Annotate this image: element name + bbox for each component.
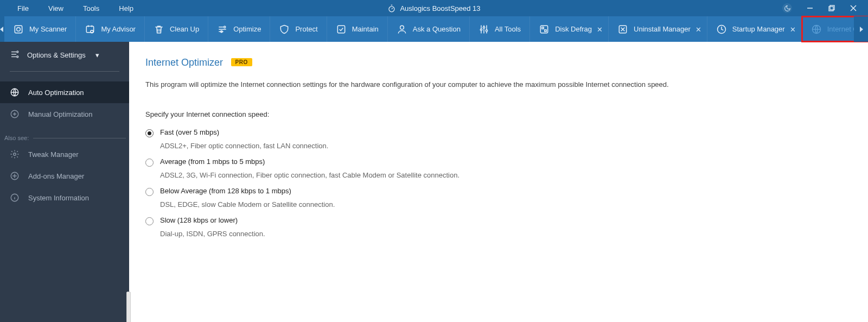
app-menu: File View Tools Help — [0, 4, 133, 12]
tab-uninstall-manager[interactable]: Uninstall Manager ✕ — [609, 16, 707, 42]
page-description: This program will optimize the Internet … — [145, 80, 852, 89]
toolbar-scroll-left[interactable] — [0, 16, 4, 42]
menu-help[interactable]: Help — [119, 4, 133, 12]
toolbar-label: Clean Up — [170, 25, 199, 33]
tab-startup-manager[interactable]: Startup Manager ✕ — [707, 16, 802, 42]
options-label: Options & Settings — [27, 51, 86, 59]
svg-marker-24 — [860, 27, 863, 32]
sidebar-item-addons-manager[interactable]: Add-ons Manager — [0, 165, 129, 187]
theme-toggle-button[interactable] — [782, 3, 792, 13]
option-subtitle: ADSL2+, Fiber optic connection, fast LAN… — [160, 142, 852, 150]
page-title: Internet Optimizer — [145, 57, 223, 68]
startup-icon — [716, 24, 727, 35]
svg-point-17 — [486, 29, 487, 31]
maximize-button[interactable] — [822, 0, 841, 16]
toolbar-clean-up[interactable]: Clean Up — [145, 16, 208, 42]
shield-icon — [279, 24, 290, 35]
titlebar: File View Tools Help Auslogics BoostSpee… — [0, 0, 868, 16]
sidebar-item-tweak-manager[interactable]: Tweak Manager — [0, 143, 129, 165]
options-settings-menu[interactable]: Options & Settings ▾ — [0, 42, 129, 68]
main-content: Internet Optimizer PRO This program will… — [129, 42, 868, 322]
speed-option-slow[interactable]: Slow (128 kbps or lower) — [145, 216, 852, 225]
option-subtitle: Dial-up, ISDN, GPRS connection. — [160, 230, 852, 238]
toolbar-label: My Scanner — [29, 25, 67, 33]
divider — [10, 71, 119, 72]
svg-rect-3 — [830, 5, 834, 10]
svg-point-8 — [17, 27, 21, 31]
speed-option-average[interactable]: Average (from 1 mbps to 5 mbps) — [145, 157, 852, 167]
svg-rect-9 — [87, 26, 94, 33]
specify-speed-label: Specify your Internet connection speed: — [145, 110, 852, 118]
svg-rect-13 — [337, 26, 344, 33]
sidebar-item-label: Auto Optimization — [28, 89, 84, 97]
svg-rect-2 — [829, 7, 833, 11]
svg-point-26 — [17, 56, 18, 58]
speed-option-fast[interactable]: Fast (over 5 mbps) — [145, 128, 852, 137]
radio-icon[interactable] — [145, 159, 154, 167]
tab-close-icon[interactable]: ✕ — [695, 25, 701, 33]
globe-icon — [811, 24, 822, 35]
menu-tools[interactable]: Tools — [83, 4, 99, 12]
tab-label: Startup Manager — [732, 25, 785, 33]
toolbar-label: Optimize — [233, 25, 261, 33]
globe-icon — [10, 87, 20, 97]
tab-label: Uninstall Manager — [634, 25, 691, 33]
minimize-button[interactable] — [801, 0, 819, 16]
svg-rect-20 — [545, 29, 546, 31]
speed-option-below-average[interactable]: Below Average (from 128 kbps to 1 mbps) — [145, 187, 852, 196]
tab-close-icon[interactable]: ✕ — [597, 25, 603, 33]
toolbar-protect[interactable]: Protect — [270, 16, 327, 42]
toolbar-all-tools[interactable]: All Tools — [470, 16, 530, 42]
svg-rect-7 — [15, 26, 22, 33]
toolbar-scroll-right[interactable] — [854, 16, 868, 42]
option-title: Below Average (from 128 kbps to 1 mbps) — [160, 187, 291, 195]
option-subtitle: DSL, EDGE, slow Cable Modem or Satellite… — [160, 200, 852, 209]
svg-rect-19 — [542, 27, 544, 28]
option-subtitle: ADSL2, 3G, Wi-Fi connection, Fiber optic… — [160, 171, 852, 179]
menu-view[interactable]: View — [48, 4, 63, 12]
radio-icon[interactable] — [145, 188, 154, 196]
svg-point-16 — [483, 27, 484, 28]
advisor-icon — [85, 24, 95, 35]
sidebar-item-auto-optimization[interactable]: Auto Optimization — [0, 81, 129, 103]
toolbar: My Scanner My Advisor Clean Up Optimize … — [0, 16, 868, 42]
tab-close-icon[interactable]: ✕ — [790, 25, 796, 33]
close-button[interactable] — [844, 0, 863, 16]
radio-icon[interactable] — [145, 129, 154, 137]
connection-speed-group: Fast (over 5 mbps) ADSL2+, Fiber optic c… — [145, 128, 852, 238]
app-title: Auslogics BoostSpeed 13 — [400, 4, 480, 12]
toolbar-label: My Advisor — [101, 25, 136, 33]
gear-icon — [10, 149, 20, 159]
person-icon — [397, 24, 407, 35]
tab-label: Disk Defrag — [555, 25, 592, 33]
toolbar-maintain[interactable]: Maintain — [327, 16, 388, 42]
radio-icon[interactable] — [145, 217, 154, 225]
svg-point-29 — [14, 153, 16, 156]
svg-point-15 — [480, 29, 482, 30]
scan-icon — [13, 24, 24, 35]
sidebar: Options & Settings ▾ Auto Optimization M… — [0, 42, 129, 322]
toolbar-ask-question[interactable]: Ask a Question — [388, 16, 470, 42]
toolbar-my-advisor[interactable]: My Advisor — [76, 16, 145, 42]
toolbar-label: Protect — [295, 25, 317, 33]
trash-icon — [154, 24, 164, 35]
option-title: Average (from 1 mbps to 5 mbps) — [160, 157, 265, 166]
tab-disk-defrag[interactable]: Disk Defrag ✕ — [530, 16, 609, 42]
toolbar-optimize[interactable]: Optimize — [208, 16, 270, 42]
addons-icon — [10, 171, 20, 181]
toolbar-my-scanner[interactable]: My Scanner — [4, 16, 76, 42]
sidebar-item-label: Add-ons Manager — [28, 172, 84, 180]
menu-file[interactable]: File — [17, 4, 29, 12]
stopwatch-icon — [387, 4, 395, 12]
sidebar-item-label: Manual Optimization — [28, 110, 93, 118]
sidebar-item-system-information[interactable]: System Information — [0, 187, 129, 209]
settings-icon — [10, 49, 20, 61]
svg-point-14 — [400, 26, 404, 29]
sidebar-item-manual-optimization[interactable]: Manual Optimization — [0, 103, 129, 125]
defrag-icon — [539, 24, 550, 35]
also-see-label: Also see: — [0, 125, 129, 143]
sidebar-resize-handle[interactable] — [126, 292, 131, 322]
tools-icon — [478, 24, 489, 35]
toolbar-label: Ask a Question — [413, 25, 461, 33]
chevron-down-icon: ▾ — [95, 51, 99, 59]
